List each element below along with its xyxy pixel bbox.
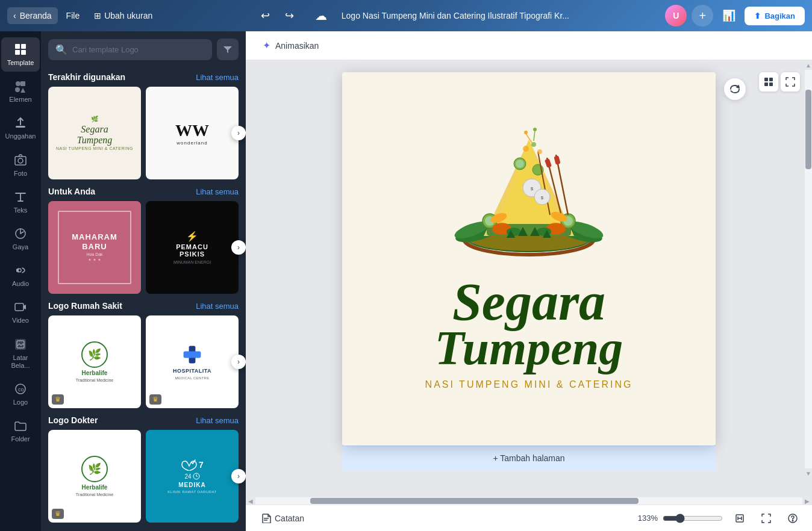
section-untuk-title: Untuk Anda [48, 187, 95, 196]
home-button[interactable]: ‹ Beranda [7, 7, 58, 24]
grid-view-button[interactable] [759, 72, 778, 92]
sidebar-item-foto-label: Foto [14, 170, 27, 178]
add-collaborator-button[interactable]: + [692, 5, 713, 26]
help-button[interactable] [783, 509, 802, 528]
template-card-hospitalita[interactable]: HOSPITALITA MEDICAL CENTRE ♛ [146, 315, 239, 408]
svg-rect-20 [764, 78, 768, 81]
resize-icon: ⊞ [94, 11, 101, 20]
logo-illustration: $ $ [439, 116, 619, 266]
zoom-slider[interactable] [663, 514, 723, 523]
template-card-segara[interactable]: 🌿 SegaraTumpeng NASI TUMPENG MINI & CATE… [48, 87, 141, 179]
scroll-left-button[interactable]: ◀ [246, 497, 255, 505]
section-untuk-next[interactable]: › [231, 240, 246, 255]
scroll-right-button[interactable]: ▶ [802, 497, 812, 505]
sidebar-item-logo-label: Logo [13, 399, 28, 406]
resize-button[interactable]: ⊞ Ubah ukuran [88, 7, 158, 24]
brand-name-segara: Segara [452, 278, 605, 326]
animate-button[interactable]: ✦ Animasikan [255, 36, 326, 55]
share-button[interactable]: ⬆ Bagikan [745, 7, 805, 25]
file-menu[interactable]: File [60, 7, 86, 24]
section-terakhir-next[interactable]: › [231, 126, 246, 140]
see-all-rumahsakit[interactable]: Lihat semua [196, 302, 239, 311]
scroll-up-button[interactable]: ▲ [805, 60, 812, 70]
brand-name-tumpeng: Tumpeng [435, 326, 623, 370]
svg-point-66 [524, 131, 528, 134]
svg-point-62 [531, 142, 536, 147]
sidebar-item-logo[interactable]: co Logo [1, 377, 40, 411]
vertical-scrollbar[interactable]: ▲ ▼ [805, 60, 812, 478]
sidebar-item-template[interactable]: Template [1, 37, 40, 72]
template-card-maroon[interactable]: MAHARAMBARU Hoa Dak ✦ ✦ ✦ [48, 201, 141, 294]
refresh-button[interactable] [724, 78, 746, 100]
canvas-page[interactable]: $ $ [342, 72, 716, 446]
sidebar-item-unggahan[interactable]: Unggahan [1, 111, 40, 145]
svg-rect-21 [769, 78, 773, 81]
gaya-icon [13, 226, 28, 241]
section-dokter-next[interactable]: › [231, 469, 246, 483]
search-input[interactable] [72, 45, 205, 54]
rumahsakit-grid: 🌿 Herbalife Traditional Medicine ♛ [48, 315, 239, 408]
logo-tagline[interactable]: NASI TUMPENG MINI & CATERING [425, 379, 633, 390]
see-all-terakhir[interactable]: Lihat semua [196, 73, 239, 82]
stats-button[interactable]: 📊 [718, 5, 740, 26]
svg-rect-50 [554, 156, 560, 166]
canvas-top-icons [759, 72, 800, 92]
sidebar-item-unggahan-label: Unggahan [5, 132, 36, 140]
svg-rect-12 [15, 303, 23, 311]
see-all-dokter[interactable]: Lihat semua [196, 416, 239, 425]
svg-rect-1 [21, 44, 26, 49]
undo-button[interactable]: ↩ [255, 5, 276, 26]
canvas-scroll[interactable]: $ $ [246, 60, 812, 505]
scroll-thumb-h[interactable] [310, 498, 639, 504]
premium-badge-2: ♛ [149, 394, 161, 405]
sidebar-item-audio[interactable]: Audio [1, 258, 40, 293]
fit-page-button[interactable] [730, 509, 749, 528]
section-terakhir-title: Terakhir digunakan [48, 72, 125, 82]
sidebar-item-elemen[interactable]: Elemen [1, 74, 40, 108]
notes-button[interactable]: Catatan [255, 510, 310, 527]
sidebar-item-gaya-label: Gaya [13, 243, 28, 251]
sidebar-item-gaya[interactable]: Gaya [1, 222, 40, 256]
svg-rect-3 [21, 50, 26, 55]
filter-button[interactable] [217, 39, 239, 60]
share-label: Bagikan [764, 11, 795, 20]
scroll-down-button[interactable]: ▼ [805, 468, 812, 478]
svg-point-70 [792, 520, 793, 521]
section-rumahsakit-next[interactable]: › [231, 355, 246, 369]
foto-icon [13, 153, 28, 167]
add-page-button[interactable]: + Tambah halaman [342, 446, 716, 470]
scroll-thumb-v[interactable] [805, 90, 811, 169]
template-card-ww[interactable]: WW wonderland [146, 87, 239, 179]
search-box[interactable]: 🔍 [48, 39, 212, 60]
avatar[interactable]: U [665, 5, 687, 26]
fullscreen-view-button[interactable] [757, 509, 776, 528]
cloud-save-button[interactable]: ☁ [310, 5, 332, 26]
sidebar-item-teks[interactable]: Teks [1, 185, 40, 219]
sidebar-item-video[interactable]: Video [1, 295, 40, 329]
sidebar-item-folder[interactable]: Folder [1, 414, 40, 448]
template-card-herba2[interactable]: 🌿 Herbalife Traditional Medicine ♛ [48, 430, 141, 523]
scroll-track-v[interactable] [805, 70, 812, 468]
see-all-untuk[interactable]: Lihat semua [196, 187, 239, 196]
brand-name-line2[interactable]: Tumpeng [435, 326, 623, 374]
sidebar-item-latar[interactable]: Latar Bela... [1, 332, 40, 374]
unggahan-icon [13, 116, 28, 130]
scroll-track-h[interactable] [255, 497, 802, 505]
svg-rect-23 [769, 82, 773, 86]
template-card-black[interactable]: ⚡ PEMACUPSIKIS MINUMAN ENERGI [146, 201, 239, 294]
fullscreen-button[interactable] [781, 72, 800, 92]
svg-rect-22 [764, 82, 768, 86]
horizontal-scrollbar[interactable]: ◀ ▶ [246, 497, 812, 505]
svg-rect-9 [15, 157, 26, 165]
svg-point-4 [16, 81, 20, 86]
sidebar-item-foto[interactable]: Foto [1, 148, 40, 182]
template-card-herba1[interactable]: 🌿 Herbalife Traditional Medicine ♛ [48, 315, 141, 408]
home-label: Beranda [20, 11, 52, 20]
redo-button[interactable]: ↪ [279, 5, 301, 26]
template-card-teal[interactable]: 7 24 MEDIKA KLINIK RAWAT DARURAT [146, 430, 239, 523]
canvas-area: ✦ Animasikan [246, 31, 812, 531]
sidebar-item-folder-label: Folder [11, 435, 30, 443]
topbar: ‹ Beranda File ⊞ Ubah ukuran ↩ ↪ ☁ Logo … [0, 0, 812, 31]
brand-name-line1[interactable]: Segara [452, 278, 605, 326]
premium-badge-3: ♛ [52, 509, 64, 519]
